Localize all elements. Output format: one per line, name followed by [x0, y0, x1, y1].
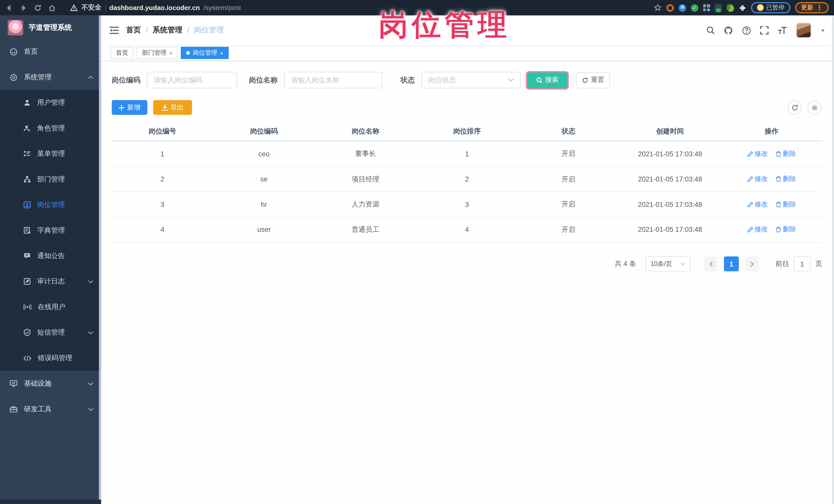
browser-forward-icon[interactable]	[20, 4, 27, 12]
edit-link[interactable]: 修改	[747, 175, 768, 183]
browser-home-icon[interactable]	[48, 4, 56, 12]
cell-id: 1	[112, 150, 213, 158]
sidebar-item-sms[interactable]: 短信管理	[0, 320, 101, 345]
goto-page-input[interactable]: 1	[794, 257, 811, 271]
sidebar-item-system[interactable]: 系统管理	[0, 64, 101, 90]
sidebar-item-error-codes[interactable]: 错误码管理	[0, 345, 101, 371]
table-row[interactable]: 2 se 项目经理 2 开启 2021-01-05 17:03:48 修改删除	[112, 167, 822, 192]
cell-name: 董事长	[315, 149, 416, 159]
post-code-label: 岗位编码	[112, 75, 140, 85]
edit-label: 修改	[754, 175, 768, 183]
sidebar-item-home[interactable]: 首页	[0, 39, 101, 64]
close-icon[interactable]: ×	[220, 50, 223, 56]
toolbox-icon	[9, 406, 18, 413]
sidebar-item-notices[interactable]: 通知公告	[0, 243, 101, 268]
delete-label: 删除	[783, 225, 796, 234]
tag-post[interactable]: 岗位管理×	[181, 47, 228, 59]
sidebar-item-menus[interactable]: 菜单管理	[0, 141, 101, 167]
fullscreen-icon[interactable]	[760, 26, 769, 35]
delete-label: 删除	[783, 200, 796, 209]
extension-screenshot-icon[interactable]	[715, 4, 722, 11]
profile-paused-badge[interactable]: 已暂停	[751, 2, 790, 13]
delete-link[interactable]: 删除	[775, 200, 796, 209]
cell-sort: 3	[416, 200, 518, 209]
column-settings-button[interactable]	[807, 101, 821, 114]
reset-button[interactable]: 重置	[576, 72, 610, 88]
bookmark-star-icon[interactable]	[654, 4, 661, 12]
cell-code: ceo	[213, 150, 315, 158]
sidebar-logo[interactable]: 芋道管理系统	[0, 16, 101, 39]
sidebar-item-label: 系统管理	[24, 72, 51, 82]
help-icon[interactable]	[742, 26, 751, 35]
table-row[interactable]: 3 hr 人力资源 3 开启 2021-01-05 17:03:48 修改删除	[112, 192, 822, 217]
table-row[interactable]: 1 ceo 董事长 1 开启 2021-01-05 17:03:48 修改删除	[112, 141, 822, 167]
col-header: 岗位编号	[112, 127, 213, 136]
screen: 不安全 dashboard.yudao.iocoder.cn/system/po…	[0, 0, 834, 504]
sidebar-item-audit-log[interactable]: 审计日志	[0, 268, 101, 294]
user-avatar[interactable]	[796, 23, 811, 38]
browser-back-icon[interactable]	[5, 4, 13, 12]
table-row[interactable]: 4 user 普通员工 4 开启 2021-01-05 17:03:48 修改删…	[112, 217, 822, 242]
sidebar-toggle-icon[interactable]	[110, 27, 118, 34]
page-size-select[interactable]: 10条/页	[646, 257, 690, 271]
url-host: dashboard.yudao.iocoder.cn	[109, 4, 200, 12]
tag-dept[interactable]: 部门管理×	[137, 47, 178, 59]
extensions-puzzle-icon[interactable]	[739, 4, 746, 12]
sidebar-item-label: 通知公告	[37, 251, 65, 261]
monitor-icon	[9, 380, 18, 387]
delete-link[interactable]: 删除	[775, 149, 796, 158]
address-bar[interactable]: 不安全 dashboard.yudao.iocoder.cn/system/po…	[70, 3, 241, 12]
font-size-icon[interactable]	[778, 26, 787, 35]
extension-grid-icon[interactable]	[703, 4, 710, 11]
url-path: /system/post	[203, 4, 241, 12]
sidebar-item-online-users[interactable]: 在线用户	[0, 294, 101, 320]
breadcrumb-parent[interactable]: 系统管理	[152, 25, 182, 35]
window-scrollbar[interactable]	[832, 16, 834, 504]
cell-name: 普通员工	[315, 225, 416, 235]
sidebar-item-users[interactable]: 用户管理	[0, 90, 101, 115]
header-search-icon[interactable]	[706, 26, 715, 35]
page-unit-label: 页	[815, 259, 822, 268]
sidebar-item-dev-tools[interactable]: 研发工具	[0, 396, 101, 422]
cell-status: 开启	[518, 200, 619, 209]
address-divider	[105, 4, 106, 12]
cell-id: 2	[112, 175, 213, 183]
extension-leaf-icon[interactable]	[726, 4, 733, 12]
export-button[interactable]: 导出	[153, 100, 192, 115]
post-name-input[interactable]: 请输入岗位名称	[284, 72, 382, 88]
delete-label: 删除	[783, 149, 796, 158]
tag-home[interactable]: 首页	[111, 47, 133, 59]
refresh-table-button[interactable]	[788, 101, 802, 114]
delete-link[interactable]: 删除	[775, 225, 796, 234]
sidebar-item-roles[interactable]: 角色管理	[0, 115, 101, 141]
github-icon[interactable]	[724, 26, 733, 35]
add-button[interactable]: 新增	[112, 100, 147, 115]
edit-link[interactable]: 修改	[747, 200, 768, 209]
sidebar-scrollbar[interactable]	[99, 16, 101, 504]
breadcrumb-home[interactable]: 首页	[126, 25, 141, 35]
sidebar-item-infrastructure[interactable]: 基础设施	[0, 371, 101, 396]
browser-menu-icon[interactable]: ⋮	[816, 4, 823, 12]
sidebar-item-departments[interactable]: 部门管理	[0, 167, 101, 192]
post-badge-icon	[23, 201, 31, 209]
browser-update-button[interactable]: 更新 ⋮	[795, 2, 829, 13]
sidebar-item-posts[interactable]: 岗位管理	[0, 192, 101, 217]
browser-reload-icon[interactable]	[34, 4, 42, 12]
post-code-input[interactable]: 请输入岗位编码	[147, 72, 237, 88]
edit-link[interactable]: 修改	[747, 225, 768, 234]
browser-toolbar: 不安全 dashboard.yudao.iocoder.cn/system/po…	[0, 0, 834, 16]
search-button[interactable]: 搜索	[527, 72, 567, 88]
current-page[interactable]: 1	[724, 257, 739, 271]
extension-pin-icon[interactable]	[678, 4, 686, 12]
cell-sort: 4	[416, 226, 518, 234]
delete-link[interactable]: 删除	[775, 175, 796, 183]
extension-check-icon[interactable]: ✓	[691, 4, 698, 12]
prev-page-button[interactable]	[704, 257, 718, 271]
close-icon[interactable]: ×	[169, 50, 173, 56]
next-page-button[interactable]	[745, 257, 759, 271]
status-select[interactable]: 岗位状态	[421, 72, 521, 88]
sidebar-item-dictionary[interactable]: 字典管理	[0, 217, 101, 243]
avatar-caret-icon[interactable]: ▼	[820, 27, 826, 34]
edit-link[interactable]: 修改	[747, 149, 768, 158]
extension-orange-icon[interactable]	[666, 4, 674, 12]
